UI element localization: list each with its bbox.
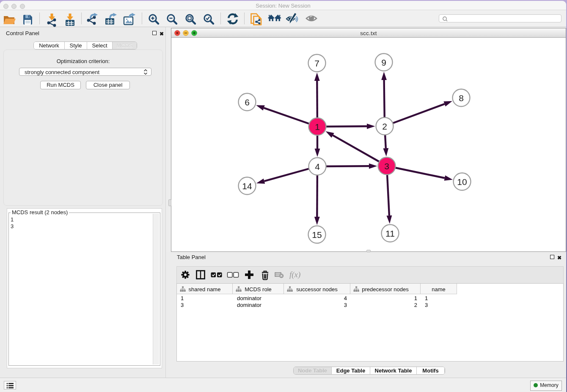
svg-text:3: 3 [384,161,389,171]
svg-text:8: 8 [459,93,464,103]
svg-text:f(x): f(x) [289,270,300,279]
svg-text:2: 2 [382,121,387,131]
svg-text:7: 7 [314,58,319,68]
svg-text:15: 15 [312,230,322,240]
svg-text:14: 14 [242,181,252,191]
svg-text:1: 1 [315,122,320,132]
svg-text:9: 9 [381,58,386,67]
svg-text:11: 11 [385,229,395,238]
svg-text:6: 6 [245,97,250,107]
svg-text:4: 4 [315,162,320,171]
svg-text:10: 10 [457,177,467,187]
